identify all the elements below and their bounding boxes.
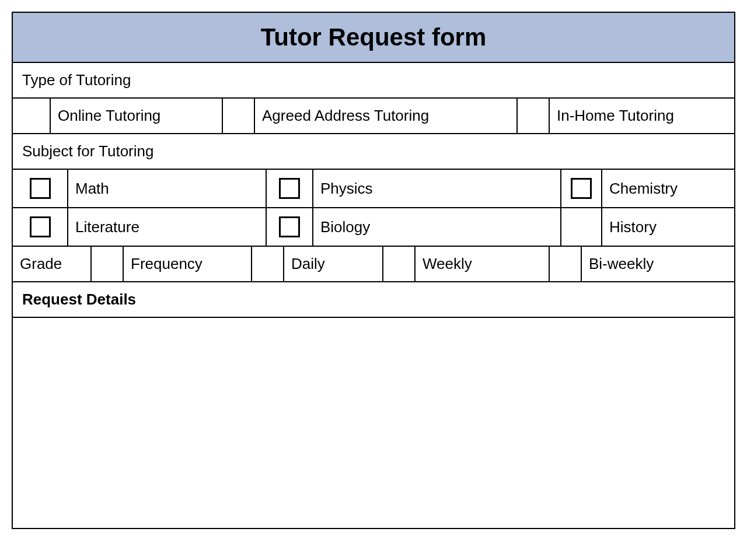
subject-label: Subject for Tutoring <box>13 134 734 170</box>
subject-chemistry-checkbox-cell[interactable] <box>561 170 602 207</box>
frequency-weekly-label: Weekly <box>416 247 550 281</box>
form-header: Tutor Request form <box>13 13 734 63</box>
subject-row-2: Literature Biology History <box>13 208 734 247</box>
grade-input-cell[interactable] <box>92 247 124 281</box>
checkbox-icon <box>279 178 300 199</box>
grade-frequency-row: Grade Frequency Daily Weekly Bi-weekly <box>13 247 734 282</box>
type-inhome-label: In-Home Tutoring <box>550 99 734 133</box>
frequency-label: Frequency <box>124 247 252 281</box>
form-title: Tutor Request form <box>13 23 734 51</box>
subject-literature-checkbox-cell[interactable] <box>13 208 68 246</box>
subject-math-label: Math <box>68 170 267 207</box>
checkbox-icon <box>571 178 592 199</box>
type-inhome-checkbox-cell[interactable] <box>518 99 550 133</box>
form-container: Tutor Request form Type of Tutoring Onli… <box>12 12 735 529</box>
checkbox-icon <box>279 216 300 237</box>
type-online-checkbox-cell[interactable] <box>13 99 51 133</box>
type-online-label: Online Tutoring <box>51 99 223 133</box>
frequency-biweekly-label: Bi-weekly <box>582 247 734 281</box>
subject-biology-checkbox-cell[interactable] <box>267 208 313 246</box>
subject-chemistry-label: Chemistry <box>602 170 734 207</box>
subject-row-1: Math Physics Chemistry <box>13 170 734 208</box>
frequency-biweekly-checkbox-cell[interactable] <box>550 247 582 281</box>
frequency-daily-label: Daily <box>284 247 383 281</box>
subject-biology-label: Biology <box>313 208 561 246</box>
type-of-tutoring-label: Type of Tutoring <box>13 63 734 99</box>
subject-history-label: History <box>602 208 734 246</box>
subject-physics-label: Physics <box>313 170 561 207</box>
type-of-tutoring-row: Online Tutoring Agreed Address Tutoring … <box>13 99 734 134</box>
request-details-label: Request Details <box>13 282 734 318</box>
type-agreed-label: Agreed Address Tutoring <box>255 99 518 133</box>
checkbox-icon <box>30 178 51 199</box>
subject-physics-checkbox-cell[interactable] <box>267 170 313 207</box>
checkbox-icon <box>30 216 51 237</box>
grade-label: Grade <box>13 247 92 281</box>
frequency-weekly-checkbox-cell[interactable] <box>383 247 416 281</box>
subject-literature-label: Literature <box>68 208 267 246</box>
frequency-daily-checkbox-cell[interactable] <box>252 247 284 281</box>
subject-history-checkbox-cell[interactable] <box>561 208 602 246</box>
request-details-textarea[interactable] <box>13 318 734 528</box>
type-agreed-checkbox-cell[interactable] <box>223 99 255 133</box>
subject-math-checkbox-cell[interactable] <box>13 170 68 207</box>
